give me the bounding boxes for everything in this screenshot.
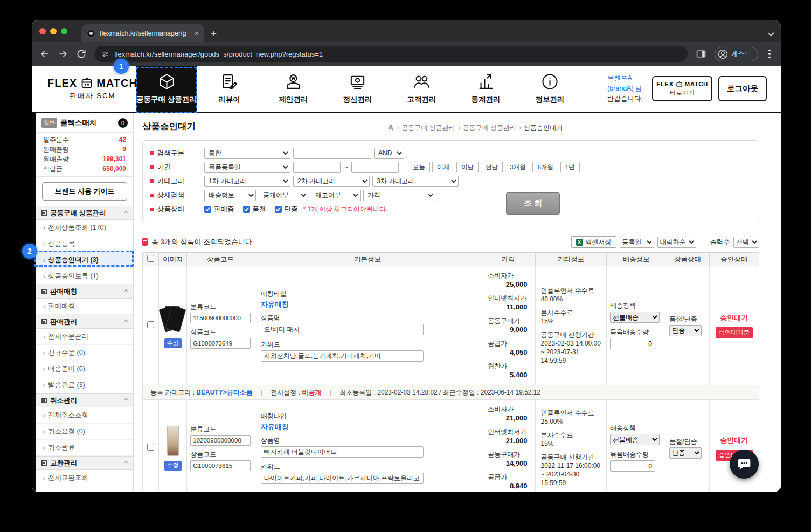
meta-category-link[interactable]: BEAUTY>뷰티소품: [196, 389, 252, 396]
period-start-input[interactable]: [293, 162, 341, 173]
period-this-month-button[interactable]: 이달: [456, 162, 479, 172]
product-code-input[interactable]: [190, 338, 251, 349]
bundle-qty-input[interactable]: [610, 460, 655, 472]
row-checkbox[interactable]: [147, 444, 154, 451]
period-3months-button[interactable]: 3개월: [505, 162, 530, 172]
product-state-select[interactable]: 단종: [669, 325, 702, 336]
approval-status-badge[interactable]: 승인대기중: [716, 327, 753, 338]
nav-settlement[interactable]: 정산관리: [325, 66, 390, 112]
split-view-icon[interactable]: [695, 49, 707, 59]
search-type-select[interactable]: 통합: [204, 148, 290, 159]
category3-select[interactable]: 3차 카테고리: [372, 176, 459, 187]
status-discontinued-label[interactable]: 단종: [275, 205, 298, 214]
period-6months-button[interactable]: 6개월: [532, 162, 558, 172]
browser-tab[interactable]: flexmatch.kr/sellermanager/g ×: [81, 24, 204, 42]
chat-widget-button[interactable]: [730, 450, 759, 479]
back-icon[interactable]: [39, 49, 50, 59]
search-submit-button[interactable]: 조 회: [506, 192, 560, 215]
sidebar-item-shipping-prep[interactable]: 배송준비 (0): [36, 361, 133, 377]
keyword-input[interactable]: [261, 350, 424, 362]
status-onsale-label[interactable]: 판매중: [204, 205, 234, 214]
sort-order-select[interactable]: 내림차순: [657, 237, 696, 248]
sidebar-item-all-cancels[interactable]: 전체취소조회: [36, 407, 133, 424]
excel-export-button[interactable]: X엑셀저장: [571, 236, 616, 248]
edit-button[interactable]: 수정: [164, 461, 182, 471]
sidebar-item-new-orders[interactable]: 신규주문 (0): [36, 345, 133, 361]
breadcrumb-level1[interactable]: 공동구매 상품관리: [401, 124, 455, 132]
browser-menu-icon[interactable]: [766, 50, 773, 59]
nav-customers[interactable]: 고객관리: [390, 66, 454, 112]
period-end-input[interactable]: [351, 162, 399, 173]
sidebar-item-sales-matching[interactable]: 판매매칭: [36, 299, 133, 315]
product-state-select[interactable]: 단종: [669, 447, 702, 459]
flexmatch-shortcut-button[interactable]: FLEX MATCH 바로가기: [652, 76, 712, 101]
matching-type-link[interactable]: 자유매칭: [261, 422, 477, 431]
sidebar-item-approval-hold[interactable]: 상품승인보류 (1): [36, 268, 133, 285]
period-1year-button[interactable]: 1년: [560, 162, 580, 172]
fullscreen-window-button[interactable]: [61, 28, 67, 34]
status-soldout-label[interactable]: 품절: [243, 205, 266, 214]
product-name-input[interactable]: [261, 446, 424, 458]
period-today-button[interactable]: 오늘: [408, 162, 430, 172]
search-and-select[interactable]: AND: [374, 148, 404, 159]
sidebar-item-cancel-requests[interactable]: 취소요청 (0): [36, 424, 133, 440]
sidebar-item-all-products[interactable]: 전체상품조회 (170): [36, 220, 133, 236]
alert-count-badge[interactable]: 0: [118, 118, 128, 128]
sidebar-section-sales-matching[interactable]: 판매매칭: [36, 285, 133, 299]
nav-reviewer[interactable]: 리뷰어: [197, 66, 261, 112]
matching-type-link[interactable]: 자유매칭: [261, 300, 477, 309]
select-all-checkbox[interactable]: [147, 255, 154, 262]
nav-proposal[interactable]: 제안관리: [261, 66, 325, 112]
price-select[interactable]: 가격: [363, 190, 435, 201]
browser-profile-chip[interactable]: 게스트: [715, 47, 759, 61]
sidebar-section-group-buy[interactable]: 공동구매 상품관리: [36, 206, 133, 220]
breadcrumb-home[interactable]: 홈: [387, 124, 394, 132]
period-type-select[interactable]: 물품등록일: [204, 162, 290, 173]
sidebar-item-cancel-complete[interactable]: 취소완료: [36, 440, 133, 456]
breadcrumb-level2[interactable]: 공동구매 상품관리: [463, 124, 516, 132]
nav-statistics[interactable]: 통계관리: [454, 66, 518, 112]
search-keyword-input[interactable]: [293, 148, 371, 159]
class-code-input[interactable]: [190, 313, 251, 323]
brand-guide-button[interactable]: 브랜드 사용 가이드: [42, 182, 127, 201]
tab-search-chevron-icon[interactable]: [767, 30, 774, 37]
status-discontinued-checkbox[interactable]: [275, 206, 282, 213]
sidebar-section-sales-management[interactable]: 판매관리: [36, 315, 133, 329]
logout-button[interactable]: 로그아웃: [718, 76, 767, 101]
reload-icon[interactable]: [76, 49, 87, 59]
visibility-select[interactable]: 공개여부: [259, 190, 308, 201]
address-bar[interactable]: flexmatch.kr/sellermanager/goods_s/produ…: [94, 46, 688, 62]
edit-button[interactable]: 수정: [164, 338, 182, 348]
sidebar-section-exchange-management[interactable]: 교환관리: [36, 456, 133, 470]
shipping-policy-select[interactable]: 선불배송: [610, 434, 660, 445]
shipping-policy-select[interactable]: 선불배송: [610, 312, 660, 323]
bundle-qty-input[interactable]: [610, 338, 655, 349]
stock-select[interactable]: 재고여부: [311, 190, 361, 201]
sidebar-item-shipped[interactable]: 발송완료 (3): [36, 377, 133, 393]
output-count-select[interactable]: 선택: [733, 237, 759, 248]
forward-icon[interactable]: [58, 49, 68, 59]
sort-field-select[interactable]: 등록일: [620, 237, 654, 248]
minimize-window-button[interactable]: [50, 28, 57, 34]
close-window-button[interactable]: [39, 28, 46, 34]
row-checkbox[interactable]: [147, 321, 154, 328]
approval-link[interactable]: 승인대기: [720, 436, 748, 444]
sidebar-item-all-exchanges[interactable]: 전체교환조회: [36, 470, 133, 486]
class-code-input[interactable]: [190, 435, 251, 446]
status-onsale-checkbox[interactable]: [204, 206, 211, 213]
category2-select[interactable]: 2차 카테고리: [293, 176, 370, 187]
keyword-input[interactable]: [261, 473, 424, 484]
new-tab-button[interactable]: +: [211, 29, 217, 39]
status-soldout-checkbox[interactable]: [243, 206, 250, 213]
product-name-input[interactable]: [261, 324, 424, 335]
nav-group-buy-products[interactable]: 공동구매 상품관리: [136, 66, 197, 112]
category1-select[interactable]: 1차 카테고리: [204, 176, 290, 187]
period-yesterday-button[interactable]: 어제: [432, 162, 454, 172]
sidebar-item-product-register[interactable]: 상품등록: [36, 236, 133, 252]
sidebar-item-all-orders[interactable]: 전체주문관리: [36, 329, 133, 345]
tab-close-icon[interactable]: ×: [195, 29, 199, 38]
product-code-input[interactable]: [190, 460, 251, 471]
shipping-info-select[interactable]: 배송정보: [204, 190, 256, 201]
nav-information[interactable]: 정보관리: [518, 66, 582, 112]
period-last-month-button[interactable]: 전달: [481, 162, 503, 172]
